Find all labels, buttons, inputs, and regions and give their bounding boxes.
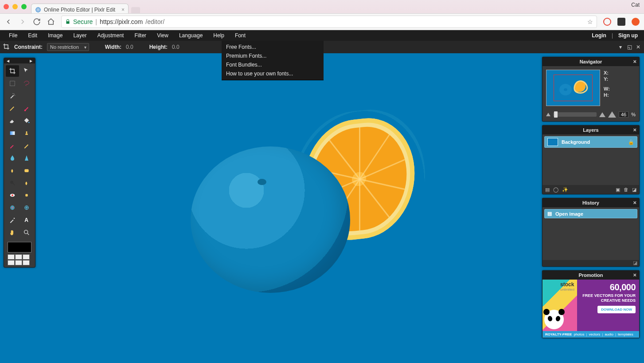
history-row[interactable]: ▤ Open image bbox=[544, 209, 637, 218]
panel-restore-icon[interactable]: ◱ bbox=[626, 44, 632, 50]
tool-bloat[interactable] bbox=[6, 202, 19, 213]
layer-row[interactable]: Background 🔒 bbox=[544, 136, 637, 148]
swatch-mini[interactable] bbox=[8, 254, 15, 260]
tool-spot-heal[interactable] bbox=[20, 189, 33, 201]
tool-brush[interactable] bbox=[20, 103, 33, 114]
login-link[interactable]: Login bbox=[589, 30, 609, 41]
swatch-mini[interactable] bbox=[15, 254, 22, 260]
home-button[interactable] bbox=[47, 18, 55, 26]
layer-lock-icon[interactable]: 🔒 bbox=[628, 139, 634, 145]
promo-footer-item[interactable]: templates bbox=[618, 332, 633, 336]
tool-sponge[interactable] bbox=[20, 165, 33, 176]
navigator-panel[interactable]: Navigator × X: Y: W: H: bbox=[542, 57, 640, 122]
tool-pinch[interactable] bbox=[20, 202, 33, 213]
zoom-in-big-icon[interactable] bbox=[608, 111, 616, 118]
swatch-mini[interactable] bbox=[15, 260, 22, 265]
layers-panel[interactable]: Layers × Background 🔒 ▤ ◯ ✨ ▣ 🗑 ◪ bbox=[542, 125, 640, 194]
promo-cta-button[interactable]: DOWNLOAD NOW bbox=[597, 306, 636, 313]
zoom-value[interactable]: 46 bbox=[619, 111, 628, 118]
navigator-zoom[interactable]: 46 % bbox=[543, 110, 639, 121]
extension-postman-icon[interactable] bbox=[632, 18, 640, 26]
menu-language[interactable]: Language bbox=[174, 30, 208, 41]
promo-footer-item[interactable]: vectors bbox=[589, 332, 601, 336]
zoom-in-small-icon[interactable] bbox=[599, 112, 605, 117]
tool-paint-bucket[interactable] bbox=[20, 115, 33, 126]
tool-color-picker[interactable] bbox=[6, 214, 19, 226]
promotion-body[interactable]: stock unlimited 60,000 FREE VECTORS FOR … bbox=[543, 280, 639, 331]
tool-eraser[interactable] bbox=[6, 115, 19, 126]
menu-image[interactable]: Image bbox=[43, 30, 68, 41]
constraint-select[interactable]: No restriction bbox=[47, 43, 89, 51]
mac-zoom-icon[interactable] bbox=[21, 4, 27, 9]
tool-marquee[interactable] bbox=[6, 78, 19, 89]
tool-crop[interactable] bbox=[6, 65, 19, 77]
toolbox-panel[interactable]: ◀▶ A bbox=[4, 58, 35, 268]
zoom-slider[interactable] bbox=[553, 112, 597, 117]
menu-file[interactable]: File bbox=[4, 30, 23, 41]
mac-close-icon[interactable] bbox=[4, 4, 9, 9]
promotion-close-icon[interactable]: × bbox=[633, 272, 636, 278]
address-bar[interactable]: Secure | https://pixlr.com/editor/ ☆ bbox=[61, 16, 597, 28]
tool-hand[interactable] bbox=[6, 227, 19, 238]
color-swatches[interactable] bbox=[4, 240, 35, 267]
tool-color-replace[interactable] bbox=[6, 140, 19, 151]
foreground-swatch[interactable] bbox=[8, 242, 31, 253]
back-button[interactable] bbox=[4, 18, 12, 26]
menu-view[interactable]: View bbox=[152, 30, 174, 41]
menu-edit[interactable]: Edit bbox=[23, 30, 43, 41]
tool-gradient[interactable] bbox=[6, 127, 19, 139]
layer-new-icon[interactable]: ▣ bbox=[616, 187, 620, 193]
height-value[interactable]: 0.0 bbox=[172, 44, 180, 50]
tool-lasso[interactable] bbox=[20, 78, 33, 89]
promotion-header[interactable]: Promotion × bbox=[543, 271, 639, 280]
tool-zoom[interactable] bbox=[20, 227, 33, 238]
navigator-thumb[interactable] bbox=[546, 70, 600, 106]
layers-close-icon[interactable]: × bbox=[633, 126, 636, 133]
tool-type[interactable]: A bbox=[20, 214, 33, 226]
tool-clone-stamp[interactable] bbox=[20, 127, 33, 139]
layer-delete-icon[interactable]: 🗑 bbox=[624, 187, 628, 192]
menu-filter[interactable]: Filter bbox=[129, 30, 152, 41]
tool-smudge[interactable] bbox=[6, 165, 19, 176]
tool-move[interactable] bbox=[20, 65, 33, 77]
tool-red-eye[interactable] bbox=[6, 189, 19, 201]
extension-ublock-icon[interactable] bbox=[603, 18, 611, 26]
zoom-out-icon[interactable] bbox=[546, 113, 550, 116]
forward-button[interactable] bbox=[19, 18, 27, 26]
tool-burn[interactable] bbox=[20, 177, 33, 189]
history-panel[interactable]: History × ▤ Open image ◪ bbox=[542, 198, 640, 267]
swatch-mini[interactable] bbox=[23, 254, 30, 260]
layer-settings-icon[interactable]: ▤ bbox=[545, 187, 550, 193]
history-close-icon[interactable]: × bbox=[633, 199, 636, 206]
extension-evernote-icon[interactable] bbox=[617, 18, 625, 26]
bookmark-star-icon[interactable]: ☆ bbox=[587, 18, 593, 25]
promo-footer-item[interactable]: photos bbox=[574, 332, 584, 336]
navigator-header[interactable]: Navigator × bbox=[543, 57, 639, 66]
layer-mask-icon[interactable]: ◯ bbox=[553, 187, 558, 193]
promo-footer-item[interactable]: audio bbox=[605, 332, 613, 336]
menu-font[interactable]: Font bbox=[230, 30, 251, 41]
tool-sharpen[interactable] bbox=[20, 152, 33, 164]
font-menu-how-to-use[interactable]: How to use your own fonts... bbox=[222, 69, 324, 78]
font-menu-premium-fonts[interactable]: Premium Fonts... bbox=[222, 51, 324, 60]
signup-link[interactable]: Sign up bbox=[616, 30, 640, 41]
font-menu-free-fonts[interactable]: Free Fonts... bbox=[222, 43, 324, 51]
swatch-mini[interactable] bbox=[23, 260, 30, 265]
tool-blur[interactable] bbox=[6, 152, 19, 164]
tool-draw[interactable] bbox=[20, 140, 33, 151]
menu-help[interactable]: Help bbox=[208, 30, 230, 41]
width-value[interactable]: 0.0 bbox=[126, 44, 133, 50]
layer-fx-icon[interactable]: ✨ bbox=[562, 187, 568, 193]
mac-minimize-icon[interactable] bbox=[12, 4, 18, 9]
tool-dodge[interactable] bbox=[6, 177, 19, 189]
reload-button[interactable] bbox=[33, 18, 41, 26]
layers-header[interactable]: Layers × bbox=[543, 126, 639, 134]
tool-wand[interactable] bbox=[6, 90, 19, 102]
menu-adjustment[interactable]: Adjustment bbox=[92, 30, 129, 41]
promotion-panel[interactable]: Promotion × stock unlimited 60,000 FREE … bbox=[542, 270, 640, 338]
panel-collapse-icon[interactable]: ▾ bbox=[617, 44, 624, 50]
toolbox-header[interactable]: ◀▶ bbox=[4, 58, 35, 63]
panel-close-icon[interactable]: ✕ bbox=[635, 44, 641, 50]
menu-layer[interactable]: Layer bbox=[68, 30, 92, 41]
layer-more-icon[interactable]: ◪ bbox=[632, 187, 636, 193]
